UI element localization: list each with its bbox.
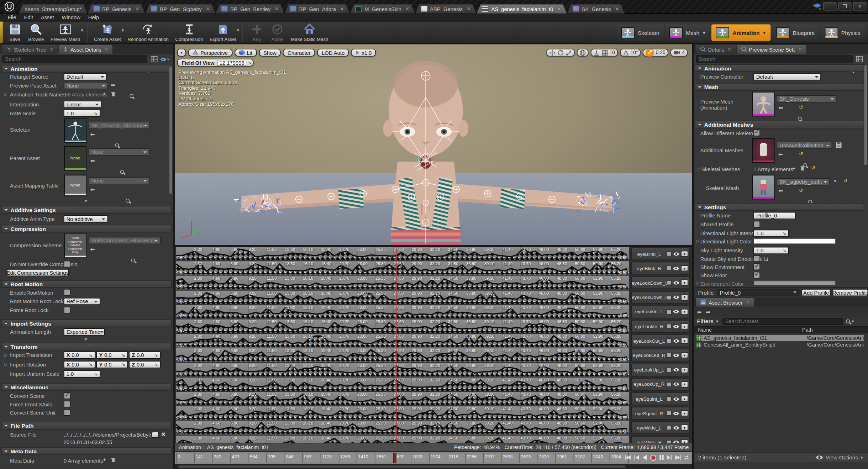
doc-tab-bp_gen_sigbeby[interactable]: BP_Gen_Sigbeby✕ xyxy=(146,4,215,14)
track-options-caret-button[interactable]: ▼ xyxy=(681,425,688,431)
close-tab-icon[interactable]: ✕ xyxy=(274,6,279,12)
timeline-playhead[interactable] xyxy=(396,247,397,443)
section-meta-data[interactable]: Meta Data xyxy=(1,447,172,455)
grid-snap-group[interactable]: 10 xyxy=(591,49,618,57)
use-selected-icon[interactable]: ⬅ xyxy=(778,188,783,194)
section-additional-meshes[interactable]: Additional Meshes xyxy=(695,121,864,128)
section-animation[interactable]: Animation xyxy=(695,64,864,72)
viewport-lit-button[interactable]: Lit xyxy=(235,49,257,57)
track-label-eyeSquint_R[interactable]: eyeSquint_R▼ xyxy=(631,407,690,420)
track-curve-area[interactable]: 2.304.606.909.2011.5013.8016.1018.4020.7… xyxy=(176,320,629,333)
reset-icon[interactable]: ↺ xyxy=(799,151,803,157)
expander-icon[interactable]: ▷ xyxy=(696,168,700,171)
close-tab-icon[interactable]: ✕ xyxy=(727,47,731,52)
parent-asset-thumbnail[interactable]: None xyxy=(64,146,86,170)
frame-cell[interactable]: 2397 xyxy=(484,453,502,463)
browse-asset-icon[interactable] xyxy=(131,258,135,262)
add-element-icon[interactable]: + xyxy=(103,457,106,463)
track-options-caret-button[interactable]: ▼ xyxy=(681,265,688,271)
frame-cell[interactable]: 0 xyxy=(177,453,195,463)
track-options-caret-button[interactable]: ▼ xyxy=(681,367,688,373)
asset-row-genesisall_anim_bentleysnipit[interactable]: GenesisAll_anim_BentleySnipit/Game/Core/… xyxy=(696,342,863,348)
track-row-eyeBlink_R[interactable]: 2.304.606.909.2011.5013.8016.1018.4020.7… xyxy=(176,262,691,275)
reset-icon[interactable]: ↺ xyxy=(799,188,803,193)
menu-file[interactable]: File xyxy=(8,14,16,20)
track-options-caret-button[interactable]: ▼ xyxy=(681,410,688,416)
root-motion-root-lock-dropdown[interactable]: Ref Pose xyxy=(64,298,100,305)
mode-blueprint-button[interactable]: Blueprint xyxy=(772,24,819,41)
import-translation-x[interactable]: X0.0↘ xyxy=(64,352,95,359)
skeletal-mesh-thumbnail[interactable] xyxy=(752,175,774,199)
frame-cell[interactable]: 282 xyxy=(213,453,231,463)
remove-profile-button[interactable]: Remove Profile xyxy=(833,289,868,296)
frame-cell[interactable]: 1410 xyxy=(357,453,375,463)
column-path[interactable]: Path xyxy=(802,327,813,333)
track-row-eyeLookDown_R[interactable]: 2.304.606.909.2011.5013.8016.1018.4020.7… xyxy=(176,290,691,304)
track-color-chip[interactable] xyxy=(667,266,672,271)
frame-cell[interactable]: 564 xyxy=(249,453,267,463)
convert-scene-unit-checkbox[interactable] xyxy=(64,409,70,416)
mode-skeleton-button[interactable]: Skeleton xyxy=(617,24,664,41)
import-translation-y[interactable]: Y0.0↘ xyxy=(96,352,128,359)
track-color-chip[interactable] xyxy=(667,353,672,358)
list-view-icon[interactable] xyxy=(151,56,158,63)
track-color-chip[interactable] xyxy=(667,367,672,372)
track-label-eyeLookDown_L[interactable]: eyeLookDown_L▼ xyxy=(631,276,690,289)
timeline-scrubber[interactable]: 0141282423564705846987112812691410155116… xyxy=(175,452,692,464)
track-curve-area[interactable]: 2.304.606.909.2011.5013.8016.1018.4020.7… xyxy=(176,363,629,377)
save-collection-icon[interactable] xyxy=(835,142,842,148)
close-tab-icon[interactable]: ✕ xyxy=(467,6,471,12)
record-button[interactable] xyxy=(649,453,657,462)
profile-dropdown[interactable]: Profile_0 xyxy=(717,289,800,296)
browse-button[interactable]: Browse xyxy=(25,22,47,44)
frame-cell[interactable]: 2256 xyxy=(465,453,484,463)
tab-asset-details[interactable]: Asset Details✕ xyxy=(59,45,112,54)
horizontal-scrollbar[interactable] xyxy=(178,465,626,468)
caret-down-icon[interactable]: ▼ xyxy=(702,31,706,35)
track-row-eyeWide_L[interactable]: 2.304.606.909.2011.5013.8016.1018.4020.7… xyxy=(176,421,691,435)
track-curve-area[interactable]: 2.304.606.909.2011.5013.8016.1018.4020.7… xyxy=(176,262,629,275)
trash-icon[interactable] xyxy=(111,457,116,463)
track-curve-area[interactable]: 2.304.606.909.2011.5013.8016.1018.4020.7… xyxy=(176,334,629,348)
track-label-eyeLookIn_R[interactable]: eyeLookIn_R▼ xyxy=(631,320,690,333)
filters-label[interactable]: Filters xyxy=(697,318,714,324)
asset-mapping-thumbnail[interactable]: None xyxy=(64,175,86,196)
show-environment-checkbox[interactable] xyxy=(753,263,760,270)
doc-tab-xsens_streamingsetup-[interactable]: Xsens_StreamingSetup* xyxy=(19,4,87,14)
column-name[interactable]: Name xyxy=(698,327,802,333)
doc-tab-m_genesisskin[interactable]: M_GenesisSkin✕ xyxy=(350,4,415,14)
track-visibility-eye-icon[interactable] xyxy=(673,266,679,270)
forward-icon[interactable]: ⬅ xyxy=(706,309,711,315)
track-options-caret-button[interactable]: ▼ xyxy=(681,352,688,358)
section-mesh[interactable]: Mesh xyxy=(695,83,864,91)
track-options-caret-button[interactable]: ▼ xyxy=(681,309,688,315)
track-label-eyeLookUp_L[interactable]: eyeLookUp_L▼ xyxy=(631,363,690,376)
preview-controller-dropdown[interactable]: Default xyxy=(753,73,821,80)
track-color-chip[interactable] xyxy=(667,411,672,416)
use-selected-icon[interactable]: ⬅ xyxy=(778,105,783,111)
track-visibility-eye-icon[interactable] xyxy=(673,324,679,328)
viewport-perspective-button[interactable]: Perspective xyxy=(188,49,232,57)
track-label-eyeLookUp_R[interactable]: eyeLookUp_R▼ xyxy=(631,378,690,391)
track-color-chip[interactable] xyxy=(667,338,672,343)
track-options-caret-button[interactable]: ▼ xyxy=(681,251,688,257)
expander-icon[interactable]: ▷ xyxy=(4,93,7,97)
track-visibility-eye-icon[interactable] xyxy=(673,382,679,386)
3d-viewport[interactable]: ▼PerspectiveLitShowCharacterLOD Autox1.0… xyxy=(175,44,692,247)
track-visibility-eye-icon[interactable] xyxy=(673,295,679,299)
track-row-eyeLookUp_R[interactable]: 2.304.606.909.2011.5013.8016.1018.4020.7… xyxy=(176,378,691,391)
back-icon[interactable]: ⬅ xyxy=(697,309,702,315)
fov-value[interactable]: 12.179998 xyxy=(217,59,247,65)
export-asset-button[interactable]: Export Asset▼ xyxy=(206,22,240,44)
track-visibility-eye-icon[interactable] xyxy=(673,397,679,401)
skeleton-thumbnail[interactable] xyxy=(64,118,86,143)
doc-tab-bp_gen_adora[interactable]: BP_Gen_Adora✕ xyxy=(285,4,349,14)
track-curve-area[interactable]: 2.304.606.909.2011.5013.8016.1018.4020.7… xyxy=(176,436,629,443)
import-translation-z[interactable]: Z0.0↘ xyxy=(129,352,161,359)
track-label-eyeBlink_R[interactable]: eyeBlink_R▼ xyxy=(631,262,690,275)
frame-cell[interactable]: 1833 xyxy=(411,453,430,463)
scrollbar[interactable] xyxy=(169,67,172,194)
frame-ruler[interactable]: 0141282423564705846987112812691410155116… xyxy=(176,453,629,463)
track-color-chip[interactable] xyxy=(667,309,672,314)
tab-preview-scene-settings[interactable]: Preview Scene Sett✕ xyxy=(737,45,806,54)
